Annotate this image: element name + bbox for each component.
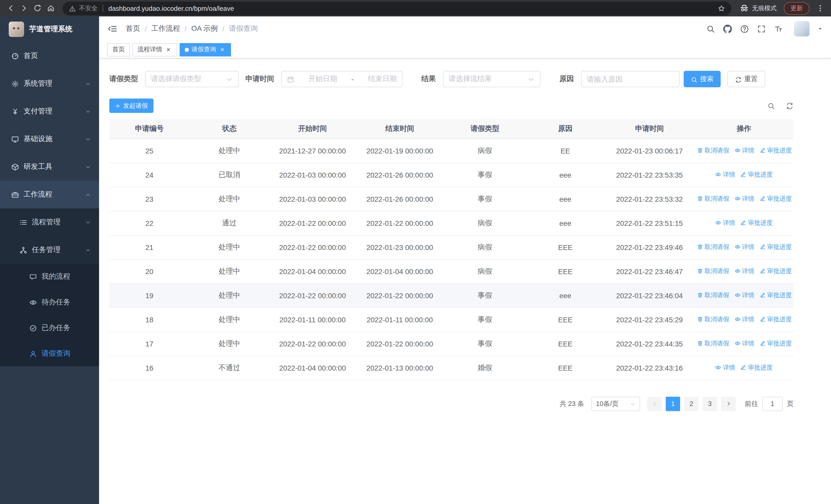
sidebar-item-todo-tasks[interactable]: 待办任务 [0,290,99,315]
close-tab-icon[interactable]: × [165,46,172,53]
detail-link[interactable]: 详情 [715,219,735,227]
sidebar-item-home[interactable]: 首页 [0,42,99,70]
sidebar-item-task-management[interactable]: 任务管理 [0,236,99,264]
result-select[interactable]: 请选择流结果 [443,71,541,87]
browser-menu-button[interactable] [813,2,827,15]
app-header: 首页/工作流程/OA 示例/请假查询 [99,17,831,41]
detail-link[interactable]: 详情 [715,363,735,372]
page-size-select[interactable]: 10条/页 [591,396,640,411]
delete-icon [697,292,703,298]
detail-link[interactable]: 详情 [734,243,754,251]
edit-icon [760,292,766,298]
detail-link[interactable]: 详情 [734,195,754,203]
breadcrumb-item: 请假查询 [229,24,258,33]
reset-button-label: 重置 [744,75,757,84]
security-warning-icon[interactable] [69,4,76,13]
font-size-button[interactable] [774,24,783,33]
reload-button[interactable] [31,2,44,15]
detail-link[interactable]: 详情 [734,267,754,276]
date-range-picker[interactable]: 开始日期 - 结束日期 [281,71,402,87]
cell-start-time: 2022-01-03 00:00:00 [269,187,356,211]
sidebar-item-system[interactable]: 系统管理 [0,70,99,97]
next-page-button[interactable] [721,396,736,411]
tab-leave-query[interactable]: 请假查询× [180,43,231,56]
cancel-leave-link[interactable]: 取消请假 [697,146,729,155]
approval-progress-link[interactable]: 审批进度 [740,363,773,372]
cell-request-id: 25 [109,139,190,163]
detail-link[interactable]: 详情 [734,315,754,324]
column-header: 开始时间 [269,119,356,139]
view-icon [715,365,721,371]
forward-button[interactable] [18,2,31,15]
approval-progress-link[interactable]: 审批进度 [760,195,792,203]
goto-page-input[interactable] [762,396,783,411]
approval-progress-link[interactable]: 审批进度 [760,315,792,324]
approval-progress-link[interactable]: 审批进度 [740,219,773,227]
tab-process-detail[interactable]: 流程详情× [133,43,177,56]
caret-down-icon[interactable] [818,26,823,31]
detail-link[interactable]: 详情 [734,291,754,300]
sidebar-item-my-process[interactable]: 我的流程 [0,264,99,290]
breadcrumb-item[interactable]: 工作流程 [151,24,180,33]
detail-link[interactable]: 详情 [734,146,754,155]
page-3-button[interactable]: 3 [703,396,717,411]
result-label: 结果 [422,75,436,84]
cancel-leave-link[interactable]: 取消请假 [697,339,729,348]
detail-link[interactable]: 详情 [715,170,735,179]
sidebar-item-leave-query[interactable]: 请假查询 [0,341,99,366]
approval-progress-link[interactable]: 审批进度 [740,170,773,179]
reset-button[interactable]: 重置 [727,71,765,87]
cell-start-time: 2022-01-04 00:00:00 [269,259,356,283]
approval-progress-link[interactable]: 审批进度 [760,243,792,251]
detail-link[interactable]: 详情 [734,339,754,348]
collapse-sidebar-button[interactable] [107,24,118,34]
approval-progress-link[interactable]: 审批进度 [760,291,792,300]
cancel-leave-link[interactable]: 取消请假 [697,243,729,251]
sidebar-item-payment[interactable]: 支付管理 [0,97,99,125]
approval-progress-link[interactable]: 审批进度 [760,339,792,348]
update-button[interactable]: 更新 [784,2,809,14]
cell-status: 处理中 [190,259,269,283]
sidebar-item-done-tasks[interactable]: 已办任务 [0,315,99,341]
refresh-table-button[interactable] [786,102,794,110]
cancel-leave-link[interactable]: 取消请假 [697,195,729,203]
page-1-button[interactable]: 1 [666,396,680,411]
sidebar-item-process-management[interactable]: 流程管理 [0,208,99,236]
cancel-leave-link[interactable]: 取消请假 [697,267,729,276]
sidebar-item-devtools[interactable]: 研发工具 [0,153,99,181]
breadcrumb-separator: / [222,25,224,33]
sidebar-item-workflow[interactable]: 工作流程 [0,181,99,208]
back-button[interactable] [4,2,18,15]
toggle-search-button[interactable] [767,102,775,110]
bookmark-star-icon[interactable] [718,4,725,13]
github-link[interactable] [723,24,732,33]
header-search-button[interactable] [706,24,715,33]
help-button[interactable] [740,24,749,33]
logo[interactable]: 芋道管理系统 [0,17,99,42]
url-bar[interactable]: 不安全 dashboard.yudao.iocoder.cn/bpm/oa/le… [63,1,732,15]
tab-home[interactable]: 首页 [107,43,130,56]
approval-progress-link[interactable]: 审批进度 [760,146,792,155]
cancel-leave-link[interactable]: 取消请假 [697,315,729,324]
security-warning-label[interactable]: 不安全 [79,4,97,12]
cell-leave-type: 事假 [444,331,526,356]
approval-progress-link[interactable]: 审批进度 [760,267,792,276]
cancel-leave-link[interactable]: 取消请假 [697,291,729,300]
page-2-button[interactable]: 2 [684,396,698,411]
sidebar-item-infrastructure[interactable]: 基础设施 [0,125,99,153]
close-tab-icon[interactable]: × [219,46,226,53]
breadcrumb-item[interactable]: OA 示例 [192,24,218,33]
search-button[interactable]: 搜索 [684,71,721,87]
url-text[interactable]: dashboard.yudao.iocoder.cn/bpm/oa/leave [108,4,718,12]
prev-page-button[interactable] [647,396,662,411]
reason-input[interactable] [581,71,680,87]
incognito-label: 无痕模式 [752,4,777,12]
create-leave-button[interactable]: 发起请假 [109,98,153,113]
user-avatar[interactable] [794,21,809,36]
breadcrumb-item[interactable]: 首页 [126,24,140,33]
fullscreen-button[interactable] [757,24,766,33]
leave-type-select[interactable]: 请选择请假类型 [145,71,239,87]
star-icon [718,5,725,12]
browser-home-button[interactable] [44,2,57,15]
cell-status: 处理中 [190,307,269,331]
